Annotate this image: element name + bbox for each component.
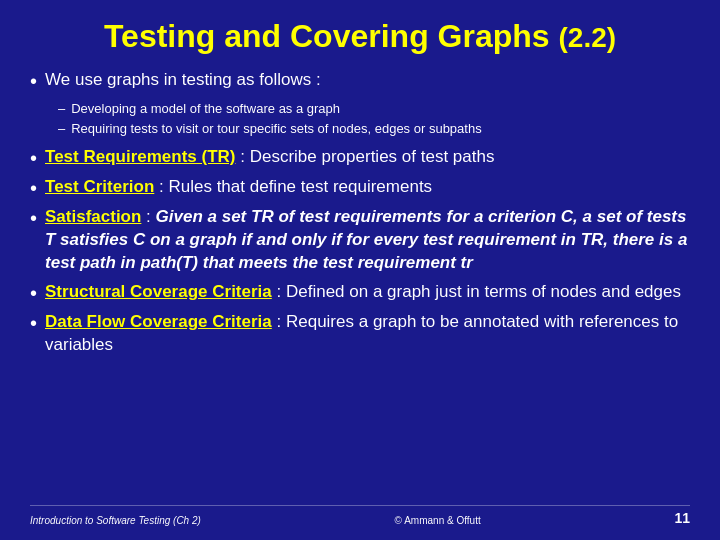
title-paren: (2.2) (559, 22, 617, 53)
dataflow-bullet-text: Data Flow Coverage Criteria : Requires a… (45, 311, 690, 357)
criterion-rest: : Rules that define test requirements (159, 177, 432, 196)
tr-bullet: • Test Requirements (TR) : Describe prop… (30, 146, 690, 170)
sub-bullet-2: – Requiring tests to visit or tour speci… (58, 119, 690, 139)
intro-bullet-text: We use graphs in testing as follows : (45, 69, 690, 92)
tr-rest: : Describe properties of test paths (240, 147, 494, 166)
structural-bullet-text: Structural Coverage Criteria : Defined o… (45, 281, 690, 304)
criterion-label: Test Criterion (45, 177, 154, 196)
satisfaction-bullet: • Satisfaction : Given a set TR of test … (30, 206, 690, 275)
bullet-dot-1: • (30, 70, 37, 93)
tr-label: Test Requirements (TR) (45, 147, 236, 166)
intro-bullet: • We use graphs in testing as follows : (30, 69, 690, 93)
sub-bullet-text-2: Requiring tests to visit or tour specifi… (71, 119, 481, 139)
dataflow-label: Data Flow Coverage Criteria (45, 312, 272, 331)
criterion-bullet: • Test Criterion : Rules that define tes… (30, 176, 690, 200)
sub-bullet-text-1: Developing a model of the software as a … (71, 99, 340, 119)
slide-footer: Introduction to Software Testing (Ch 2) … (30, 505, 690, 526)
bullet-dot-4: • (30, 207, 37, 230)
sub-bullets: – Developing a model of the software as … (58, 99, 690, 138)
footer-left: Introduction to Software Testing (Ch 2) (30, 515, 201, 526)
footer-center: © Ammann & Offutt (395, 515, 481, 526)
sub-dash-2: – (58, 119, 65, 139)
slide-title: Testing and Covering Graphs (2.2) (30, 18, 690, 55)
slide-content: • We use graphs in testing as follows : … (30, 69, 690, 499)
structural-rest: : Defined on a graph just in terms of no… (277, 282, 681, 301)
satisfaction-label: Satisfaction (45, 207, 141, 226)
bullet-dot-2: • (30, 147, 37, 170)
dataflow-bullet: • Data Flow Coverage Criteria : Requires… (30, 311, 690, 357)
satisfaction-colon: : (146, 207, 155, 226)
satisfaction-bullet-text: Satisfaction : Given a set TR of test re… (45, 206, 690, 275)
footer-right: 11 (674, 510, 690, 526)
satisfaction-italic: Given a set TR of test requirements for … (45, 207, 687, 272)
sub-bullet-1: – Developing a model of the software as … (58, 99, 690, 119)
sub-dash-1: – (58, 99, 65, 119)
bullet-dot-3: • (30, 177, 37, 200)
tr-bullet-text: Test Requirements (TR) : Describe proper… (45, 146, 690, 169)
criterion-bullet-text: Test Criterion : Rules that define test … (45, 176, 690, 199)
bullet-dot-5: • (30, 282, 37, 305)
structural-label: Structural Coverage Criteria (45, 282, 272, 301)
title-text: Testing and Covering Graphs (104, 18, 550, 54)
structural-bullet: • Structural Coverage Criteria : Defined… (30, 281, 690, 305)
slide: Testing and Covering Graphs (2.2) • We u… (0, 0, 720, 540)
bullet-dot-6: • (30, 312, 37, 335)
